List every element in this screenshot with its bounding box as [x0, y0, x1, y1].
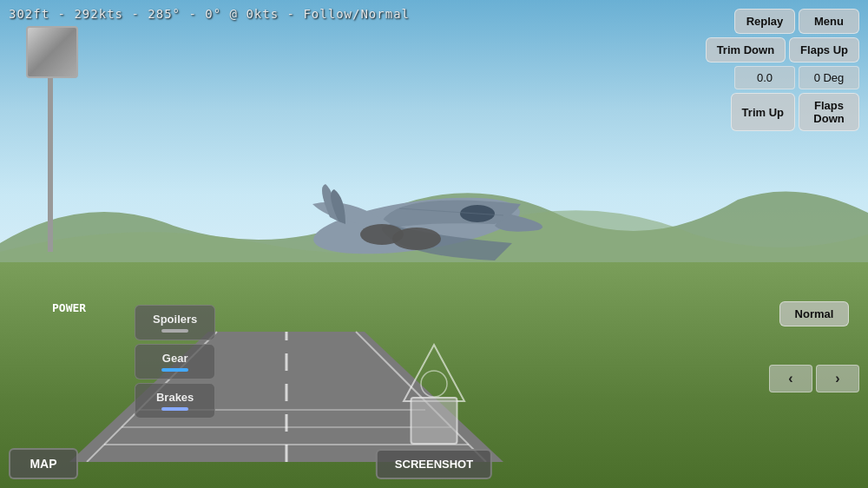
- trim-up-flaps-down-row: Trim Up Flaps Down: [706, 93, 859, 131]
- normal-button[interactable]: Normal: [779, 301, 849, 326]
- spoilers-button[interactable]: Spoilers: [135, 305, 215, 340]
- trim-up-button[interactable]: Trim Up: [731, 93, 795, 131]
- gear-button[interactable]: Gear: [135, 344, 215, 379]
- aircraft: [243, 122, 573, 313]
- trim-value-display: 0.0: [734, 66, 795, 89]
- brakes-button[interactable]: Brakes: [135, 383, 215, 419]
- trim-down-button[interactable]: Trim Down: [706, 37, 786, 63]
- nav-row: ‹ ›: [769, 365, 859, 392]
- values-row: 0.0 0 Deg: [706, 66, 859, 89]
- nav-left-button[interactable]: ‹: [769, 365, 812, 392]
- power-label: POWER: [52, 301, 86, 314]
- left-controls: Spoilers Gear Brakes: [135, 305, 215, 419]
- replay-button[interactable]: Replay: [734, 9, 795, 34]
- flaps-up-button[interactable]: Flaps Up: [789, 37, 859, 63]
- trim-flaps-row: Trim Down Flaps Up: [706, 37, 859, 63]
- menu-button[interactable]: Menu: [799, 9, 859, 34]
- screenshot-button[interactable]: SCREENSHOT: [376, 449, 492, 479]
- top-right-controls: Replay Menu Trim Down Flaps Up 0.0 0 Deg…: [706, 9, 859, 131]
- map-button[interactable]: MAP: [9, 448, 78, 479]
- pole: [48, 78, 53, 252]
- svg-marker-12: [404, 345, 464, 401]
- spoilers-indicator: [161, 329, 188, 333]
- nav-right-button[interactable]: ›: [816, 365, 859, 392]
- hud-status: 302ft - 292kts - 285° - 0° @ 0kts - Foll…: [9, 7, 410, 21]
- center-button[interactable]: [411, 397, 458, 445]
- svg-point-9: [392, 228, 441, 250]
- top-btn-row: Replay Menu: [706, 9, 859, 34]
- flaps-down-button[interactable]: Flaps Down: [799, 93, 859, 131]
- normal-btn-container: Normal ‹ ›: [769, 301, 859, 392]
- brakes-indicator: [161, 407, 188, 411]
- flaps-value-display: 0 Deg: [799, 66, 859, 89]
- svg-point-13: [421, 371, 447, 397]
- gear-indicator: [161, 368, 188, 372]
- indicator-light: [26, 26, 78, 78]
